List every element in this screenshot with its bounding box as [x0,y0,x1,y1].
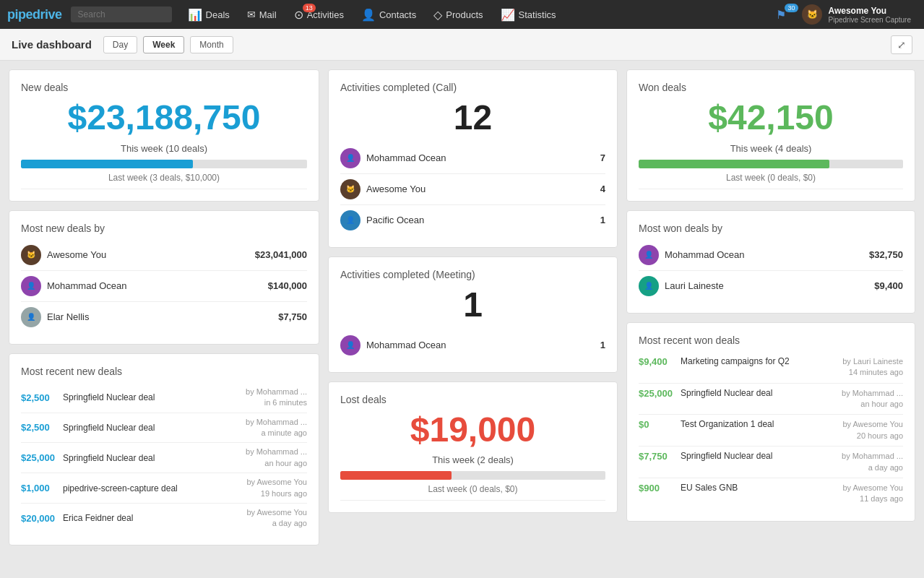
activities-meeting-card: Activities completed (Meeting) 1 👤 Moham… [328,256,618,373]
person-value: $32,750 [869,249,903,260]
nav-mail-label: Mail [259,9,277,20]
list-item: $0 Test Organization 1 deal by Awesome Y… [639,415,903,447]
won-deals-amount: $42,150 [639,99,903,137]
nav-contacts[interactable]: Contacts [354,0,423,29]
nav-products[interactable]: Products [426,0,490,29]
activities-badge: 13 [303,4,316,12]
won-amount: $900 [639,483,676,493]
won-deals-progress [639,160,903,168]
list-item: 👤 Mohammad Ocean $32,750 [639,240,903,271]
won-amount: $7,750 [639,451,676,462]
deal-name: Erica Feidner deal [63,513,242,523]
person-name: Lauri Laineste [665,280,868,291]
search-input[interactable] [71,7,172,22]
list-item: 👤 Mohammad Ocean 7 [340,143,605,174]
list-item: 🐱 Awesome You $23,041,000 [21,240,307,271]
won-deals-progress-bar [639,160,829,168]
deal-meta: by Awesome You19 hours ago [246,477,307,499]
tab-day[interactable]: Day [103,36,137,53]
nav-deals[interactable]: Deals [181,0,237,29]
won-name: Test Organization 1 deal [681,419,838,429]
activities-icon [294,8,303,22]
lost-deals-title: Lost deals [340,394,605,405]
avatar: 👤 [340,210,360,230]
list-item: 👤 Elar Nellis $7,750 [21,302,307,332]
avatar: 🐱 [340,179,360,199]
nav-flag[interactable]: 30 [769,0,793,29]
won-deals-subtitle: This week (4 deals) [639,143,903,154]
person-name: Mohammad Ocean [366,152,595,163]
lost-deals-subtitle: This week (2 deals) [340,454,605,465]
nav-statistics-label: Statistics [519,9,556,20]
nav-mail[interactable]: Mail [240,0,284,29]
contacts-icon [361,8,376,22]
list-item: $900 EU Sales GNB by Awesome You11 days … [639,478,903,509]
user-subtitle: Pipedrive Screen Capture [828,16,911,24]
person-count: 7 [600,152,605,163]
list-item: $2,500 Springfield Nuclear deal by Moham… [21,383,307,413]
expand-button[interactable]: ⤢ [891,35,912,54]
activities-meeting-list: 👤 Mohammad Ocean 1 [340,330,605,361]
won-meta: by Awesome You20 hours ago [842,419,903,441]
deal-meta: by Awesome Youa day ago [246,507,307,530]
new-deals-subtitle: This week (10 deals) [21,143,307,154]
dashboard-title: Live dashboard [12,38,92,51]
won-name: Marketing campaigns for Q2 [681,356,838,366]
won-deals-card: Won deals $42,150 This week (4 deals) La… [626,69,915,202]
mail-icon [247,8,256,21]
list-item: 👤 Pacific Ocean 1 [340,205,605,236]
lost-deals-lastweek: Last week (0 deals, $0) [340,484,605,494]
deal-meta: by Mohammad ...in 6 minutes [246,387,307,409]
won-meta: by Mohammad ...a day ago [842,451,903,473]
person-name: Mohammad Ocean [47,280,262,291]
recent-won-title: Most recent won deals [639,335,903,346]
nav-deals-label: Deals [206,9,230,20]
tab-month[interactable]: Month [190,36,233,53]
new-deals-progress-bar [21,160,193,168]
deal-name: pipedrive-screen-capture deal [63,483,242,493]
avatar: 👤 [639,245,659,265]
person-name: Mohammad Ocean [665,249,863,260]
list-item: $25,000 Springfield Nuclear deal by Moha… [21,443,307,473]
won-name: EU Sales GNB [681,483,838,493]
brand-logo[interactable]: pipedrive [7,7,62,22]
won-amount: $25,000 [639,388,676,399]
deals-icon [188,8,202,22]
list-item: 👤 Mohammad Ocean $140,000 [21,271,307,302]
avatar: 👤 [21,307,41,327]
avatar: 🐱 [21,245,41,265]
most-recent-new-deals-card: Most recent new deals $2,500 Springfield… [9,353,319,545]
products-icon [433,8,442,22]
user-name: Awesome You [828,6,911,16]
avatar: 👤 [21,276,41,296]
won-meta: by Lauri Laineste14 minutes ago [842,356,903,379]
activities-call-title: Activities completed (Call) [340,82,605,93]
lost-deals-progress-bar [340,471,452,480]
navbar: pipedrive Deals Mail 13 Activities Conta… [0,0,924,29]
nav-activities[interactable]: 13 Activities [287,0,351,29]
activities-call-card: Activities completed (Call) 12 👤 Mohamma… [328,69,618,248]
most-new-deals-card: Most new deals by 🐱 Awesome You $23,041,… [9,210,319,345]
won-name: Springfield Nuclear deal [681,451,837,461]
nav-user[interactable]: 🐱 Awesome You Pipedrive Screen Capture [796,4,917,25]
won-meta: by Mohammad ...an hour ago [842,388,903,410]
new-deals-lastweek: Last week (3 deals, $10,000) [21,173,307,183]
won-deals-lastweek: Last week (0 deals, $0) [639,173,903,183]
person-value: $9,400 [874,280,903,291]
new-deals-card: New deals $23,188,750 This week (10 deal… [9,69,319,202]
tab-week[interactable]: Week [143,36,184,53]
most-new-deals-list: 🐱 Awesome You $23,041,000 👤 Mohammad Oce… [21,240,307,332]
list-item: 👤 Mohammad Ocean 1 [340,330,605,361]
most-won-deals-list: 👤 Mohammad Ocean $32,750 👤 Lauri Lainest… [639,240,903,301]
recent-deals-title: Most recent new deals [21,366,307,377]
most-won-deals-card: Most won deals by 👤 Mohammad Ocean $32,7… [626,210,915,314]
person-name: Awesome You [47,249,249,260]
new-deals-progress [21,160,307,168]
person-count: 1 [600,215,605,225]
most-won-deals-title: Most won deals by [639,223,903,234]
lost-deals-card: Lost deals $19,000 This week (2 deals) L… [328,381,618,514]
deal-name: Springfield Nuclear deal [63,392,241,402]
avatar: 👤 [340,148,360,168]
avatar: 🐱 [802,4,822,25]
nav-statistics[interactable]: Statistics [493,0,564,29]
